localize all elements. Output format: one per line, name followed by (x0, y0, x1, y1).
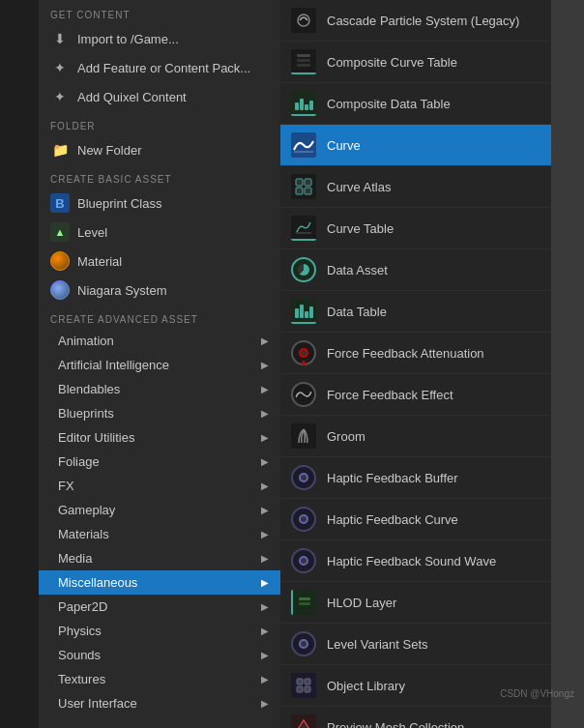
svg-rect-14 (297, 686, 303, 692)
arrow-icon: ▶ (261, 335, 269, 346)
svg-rect-11 (299, 602, 310, 605)
svg-rect-6 (305, 179, 311, 186)
arrow-icon: ▶ (261, 553, 269, 564)
arrow-icon: ▶ (261, 480, 269, 491)
editor-utilities-item[interactable]: Editor Utilities ▶ (39, 425, 280, 450)
haptic-feedback-buffer-item[interactable]: Haptic Feedback Buffer (280, 457, 551, 499)
haptic-feedback-buffer-icon (290, 464, 317, 491)
materials-item[interactable]: Materials ▶ (39, 522, 280, 546)
svg-rect-5 (296, 179, 303, 186)
arrow-icon: ▶ (261, 360, 269, 370)
level-variant-sets-icon (290, 630, 317, 657)
level-icon: ▲ (50, 222, 70, 242)
preview-mesh-collection-icon (290, 713, 317, 728)
curve-atlas-item[interactable]: Curve Atlas (280, 166, 551, 208)
import-icon: ⬇ (50, 29, 70, 48)
svg-rect-13 (305, 679, 310, 684)
get-content-header: GET CONTENT (39, 0, 280, 24)
cascade-icon (290, 7, 317, 34)
miscellaneous-item[interactable]: Miscellaneous ▶ (39, 570, 280, 595)
fx-item[interactable]: FX ▶ (39, 474, 280, 498)
hlod-layer-item[interactable]: HLOD Layer (280, 582, 551, 624)
paper2d-item[interactable]: Paper2D ▶ (39, 595, 280, 619)
svg-point-0 (298, 15, 309, 26)
quixel-icon: ✦ (50, 87, 70, 106)
svg-rect-10 (299, 597, 310, 600)
add-icon: ✦ (50, 58, 70, 77)
add-quixel-item[interactable]: ✦ Add Quixel Content (39, 82, 280, 111)
animation-item[interactable]: Animation ▶ (39, 329, 280, 353)
svg-rect-8 (305, 188, 311, 194)
arrow-icon: ▶ (261, 601, 269, 612)
textures-item[interactable]: Textures ▶ (39, 667, 280, 691)
object-library-icon (290, 672, 317, 699)
material-item[interactable]: Material (39, 247, 280, 276)
force-feedback-effect-item[interactable]: Force Feedback Effect (280, 374, 551, 416)
svg-rect-7 (296, 188, 303, 194)
physics-item[interactable]: Physics ▶ (39, 619, 280, 643)
cascade-item[interactable]: Cascade Particle System (Legacy) (280, 0, 551, 42)
gameplay-item[interactable]: Gameplay ▶ (39, 498, 280, 522)
folder-icon: 📁 (50, 140, 70, 160)
folder-header: FOLDER (39, 111, 280, 135)
force-feedback-attenuation-icon (290, 339, 317, 366)
level-variant-sets-item[interactable]: Level Variant Sets (280, 624, 551, 665)
watermark: CSDN @VHongz (500, 688, 574, 699)
material-icon (50, 251, 70, 271)
user-interface-item[interactable]: User Interface ▶ (39, 691, 280, 715)
groom-item[interactable]: Groom (280, 416, 551, 457)
arrow-icon: ▶ (261, 650, 269, 660)
force-feedback-effect-icon (290, 381, 317, 408)
level-item[interactable]: ▲ Level (39, 218, 280, 247)
left-panel: GET CONTENT ⬇ Import to /Game... ✦ Add F… (39, 0, 280, 728)
arrow-icon: ▶ (261, 432, 269, 443)
create-basic-header: CREATE BASIC ASSET (39, 164, 280, 189)
arrow-icon: ▶ (261, 626, 269, 636)
composite-data-table-item[interactable]: Composite Data Table (280, 83, 551, 125)
arrow-icon: ▶ (261, 698, 269, 709)
arrow-icon: ▶ (261, 529, 269, 539)
new-folder-item[interactable]: 📁 New Folder (39, 135, 280, 164)
add-feature-item[interactable]: ✦ Add Feature or Content Pack... (39, 53, 280, 82)
arrow-icon: ▶ (261, 384, 269, 394)
blueprint-icon: B (50, 193, 70, 213)
arrow-icon: ▶ (261, 577, 269, 588)
svg-rect-3 (297, 64, 310, 67)
sounds-item[interactable]: Sounds ▶ (39, 643, 280, 667)
hlod-layer-icon (290, 589, 317, 616)
blueprint-class-item[interactable]: B Blueprint Class (39, 189, 280, 218)
object-library-item[interactable]: Object Library (280, 665, 551, 707)
media-item[interactable]: Media ▶ (39, 546, 280, 570)
haptic-feedback-sound-wave-item[interactable]: Haptic Feedback Sound Wave (280, 540, 551, 582)
arrow-icon: ▶ (261, 505, 269, 515)
force-feedback-attenuation-item[interactable]: Force Feedback Attenuation (280, 333, 551, 374)
preview-mesh-collection-item[interactable]: Preview Mesh Collection (280, 707, 551, 728)
arrow-icon: ▶ (261, 456, 269, 467)
niagara-system-item[interactable]: Niagara System (39, 276, 280, 305)
svg-rect-15 (305, 686, 310, 692)
curve-atlas-icon (290, 173, 317, 200)
haptic-feedback-curve-item[interactable]: Haptic Feedback Curve (280, 499, 551, 540)
right-submenu-panel: Cascade Particle System (Legacy) Composi… (280, 0, 551, 728)
composite-curve-table-item[interactable]: Composite Curve Table (280, 42, 551, 83)
niagara-icon (50, 280, 70, 300)
svg-rect-12 (297, 679, 303, 684)
haptic-feedback-curve-icon (290, 506, 317, 533)
svg-rect-2 (297, 59, 310, 62)
blueprints-item[interactable]: Blueprints ▶ (39, 401, 280, 425)
curve-icon (290, 131, 317, 159)
curve-table-icon (290, 215, 317, 242)
haptic-feedback-sound-wave-icon (290, 547, 317, 574)
data-asset-item[interactable]: Data Asset (280, 249, 551, 291)
curve-item[interactable]: Curve (280, 125, 551, 166)
foliage-item[interactable]: Foliage ▶ (39, 450, 280, 474)
arrow-icon: ▶ (261, 408, 269, 419)
import-to-game-item[interactable]: ⬇ Import to /Game... (39, 24, 280, 53)
composite-curve-table-icon (290, 48, 317, 75)
data-table-item[interactable]: Data Table (280, 291, 551, 333)
groom-icon (290, 422, 317, 450)
data-asset-icon (290, 256, 317, 283)
blendables-item[interactable]: Blendables ▶ (39, 377, 280, 401)
curve-table-item[interactable]: Curve Table (280, 208, 551, 249)
artificial-intelligence-item[interactable]: Artificial Intelligence ▶ (39, 353, 280, 377)
